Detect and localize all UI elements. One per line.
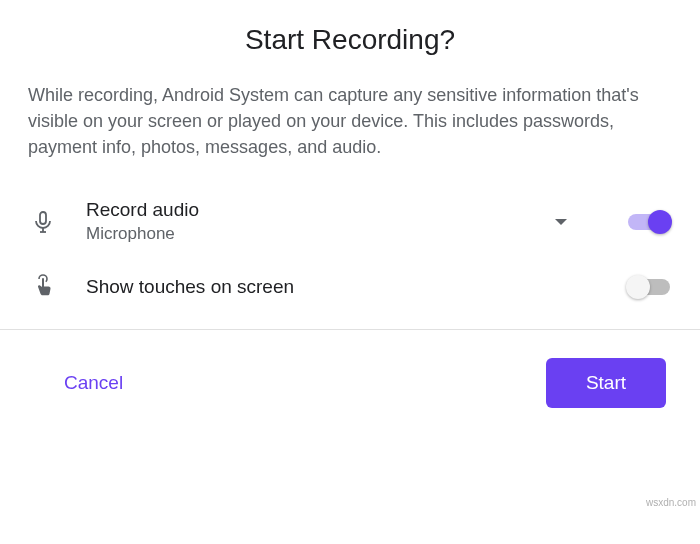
touch-icon <box>28 273 58 301</box>
record-audio-row[interactable]: Record audio Microphone <box>28 198 672 245</box>
record-audio-toggle[interactable] <box>626 209 672 235</box>
show-touches-row[interactable]: Show touches on screen <box>28 273 672 301</box>
record-audio-body: Record audio Microphone <box>86 198 520 245</box>
cancel-button[interactable]: Cancel <box>64 372 123 394</box>
dialog-description: While recording, Android System can capt… <box>28 82 672 160</box>
chevron-down-icon[interactable] <box>548 215 574 229</box>
show-touches-toggle[interactable] <box>626 274 672 300</box>
dialog-title: Start Recording? <box>28 24 672 56</box>
record-audio-title: Record audio <box>86 198 520 223</box>
microphone-icon <box>28 209 58 235</box>
recording-dialog: Start Recording? While recording, Androi… <box>0 0 700 301</box>
dialog-actions: Cancel Start <box>0 330 700 436</box>
start-button[interactable]: Start <box>546 358 666 408</box>
show-touches-title: Show touches on screen <box>86 275 574 300</box>
record-audio-subtitle: Microphone <box>86 223 520 245</box>
watermark: wsxdn.com <box>646 497 696 508</box>
show-touches-body: Show touches on screen <box>86 275 574 300</box>
svg-rect-0 <box>40 212 46 224</box>
